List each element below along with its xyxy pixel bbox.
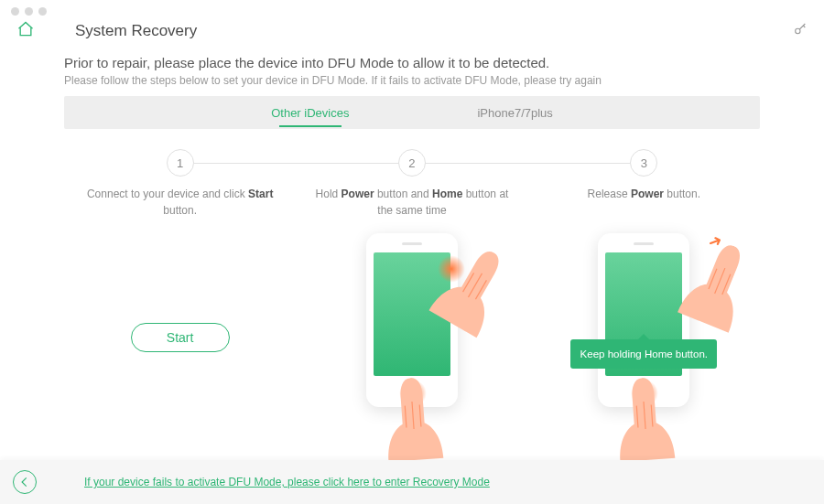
step-text-bold: Power bbox=[342, 188, 374, 200]
tab-other-idevices[interactable]: Other iDevices bbox=[271, 106, 349, 120]
topbar: System Recovery bbox=[0, 13, 824, 49]
tooltip-keep-holding: Keep holding Home button. bbox=[570, 339, 717, 369]
step-text-fragment: Release bbox=[588, 188, 631, 200]
traffic-light-minimize[interactable] bbox=[25, 7, 33, 16]
step-circle-1: 1 bbox=[167, 149, 194, 177]
step-text-bold: Power bbox=[631, 188, 664, 200]
step-connector bbox=[426, 163, 630, 164]
step-header-row: 1 Connect to your device and click Start… bbox=[64, 149, 760, 219]
tab-strip: Other iDevices iPhone7/7plus bbox=[64, 96, 760, 129]
step-text-fragment: button. bbox=[163, 204, 197, 217]
traffic-light-zoom[interactable] bbox=[38, 7, 47, 16]
step-text-3: Release Power button. bbox=[528, 186, 760, 202]
page-title: System Recovery bbox=[75, 22, 793, 40]
main-heading: Prior to repair, please place the device… bbox=[64, 55, 760, 70]
step-text-bold: Start bbox=[248, 188, 273, 200]
step-circle-2: 2 bbox=[398, 149, 426, 177]
step-text-bold: Home bbox=[432, 188, 462, 200]
illustration-step2 bbox=[330, 231, 494, 444]
key-icon[interactable] bbox=[793, 22, 808, 40]
sub-heading: Please follow the steps below to set you… bbox=[64, 74, 760, 87]
step-text-1: Connect to your device and click Start b… bbox=[64, 186, 296, 219]
step-text-fragment: button and bbox=[374, 188, 432, 200]
step-text-fragment: button. bbox=[664, 188, 700, 200]
arrow-left-icon bbox=[18, 476, 31, 488]
illustration-step3: ➜ Keep holding Home button. bbox=[561, 231, 726, 444]
svg-point-0 bbox=[796, 28, 800, 33]
step-circle-3: 3 bbox=[630, 149, 657, 177]
step-text-fragment: Connect to your device and click bbox=[87, 188, 248, 200]
window-titlebar bbox=[0, 0, 824, 13]
recovery-mode-link[interactable]: If your device fails to activate DFU Mod… bbox=[84, 476, 490, 488]
start-button[interactable]: Start bbox=[131, 323, 230, 352]
step-text-2: Hold Power button and Home button at the… bbox=[296, 186, 527, 219]
step-text-fragment: Hold bbox=[316, 188, 342, 200]
footer: If your device fails to activate DFU Mod… bbox=[0, 460, 824, 504]
home-icon[interactable] bbox=[16, 20, 35, 42]
traffic-light-close[interactable] bbox=[11, 7, 19, 16]
back-button[interactable] bbox=[13, 470, 37, 494]
step-connector bbox=[194, 163, 398, 164]
tab-iphone7[interactable]: iPhone7/7plus bbox=[477, 106, 552, 120]
